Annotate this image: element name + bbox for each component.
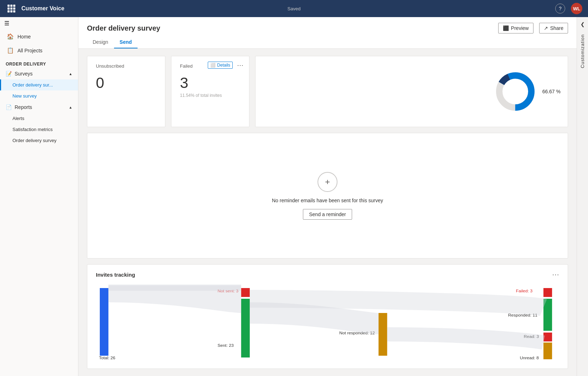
donut-percent: 66.67 % — [542, 89, 561, 94]
svg-text:Total: 26: Total: 26 — [99, 356, 115, 360]
sidebar-toggle[interactable]: ☰ — [0, 17, 78, 30]
projects-icon: 📋 — [7, 47, 14, 54]
share-label: Share — [550, 25, 563, 31]
topbar-left: Customer Voice — [6, 3, 65, 14]
svg-rect-3 — [100, 288, 108, 356]
surveys-icon: 📝 — [6, 71, 12, 77]
waffle-icon — [7, 5, 15, 12]
tabs: Design Send — [87, 36, 568, 48]
user-avatar[interactable]: WL — [571, 3, 582, 14]
topbar-right: ? WL — [555, 3, 582, 14]
new-survey-label: New survey — [12, 93, 37, 99]
customization-label[interactable]: Customization — [577, 28, 588, 74]
sidebar-projects-label: All Projects — [17, 48, 42, 53]
svg-rect-11 — [543, 288, 552, 297]
order-delivery-report-label: Order delivery survey — [12, 138, 57, 143]
sidebar-item-home[interactable]: 🏠 Home — [0, 30, 78, 43]
sidebar-section-title: Order delivery — [0, 57, 78, 68]
main-content: Order delivery survey ⬛ Preview ↗ Share … — [78, 17, 577, 376]
waffle-menu[interactable] — [6, 3, 17, 14]
customization-toggle[interactable]: ❮ — [578, 20, 587, 28]
customization-panel: ❮ Customization — [577, 17, 588, 376]
reports-chevron-up: ▲ — [69, 105, 72, 109]
header-actions: ⬛ Preview ↗ Share — [498, 23, 568, 33]
app-body: ☰ 🏠 Home 📋 All Projects Order delivery 📝… — [0, 17, 588, 376]
failed-card-actions: ⬜ Details ⋯ — [208, 61, 245, 70]
svg-rect-5 — [241, 288, 250, 297]
sidebar-item-all-projects[interactable]: 📋 All Projects — [0, 43, 78, 57]
failed-subtitle: 11.54% of total invites — [180, 93, 241, 98]
tracking-title: Invites tracking — [96, 272, 135, 278]
sidebar-home-label: Home — [17, 34, 31, 40]
reports-icon: 📄 — [6, 104, 12, 110]
reminder-card: + No reminder emails have been sent for … — [87, 133, 568, 258]
svg-rect-17 — [543, 343, 552, 359]
surveys-chevron-up: ▲ — [69, 72, 72, 76]
sidebar-item-alerts[interactable]: Alerts — [0, 113, 78, 124]
sankey-chart: Total: 26 Not sent: 3 Sent: 23 Not respo… — [96, 284, 559, 363]
tracking-card: Invites tracking ⋯ Total: 26 Not sent: 3 — [87, 264, 568, 369]
donut-chart — [494, 70, 537, 113]
svg-text:Sent: 23: Sent: 23 — [218, 343, 234, 347]
preview-button[interactable]: ⬛ Preview — [498, 23, 533, 33]
sankey-svg: Total: 26 Not sent: 3 Sent: 23 Not respo… — [96, 284, 559, 363]
sidebar-item-order-delivery-report[interactable]: Order delivery survey — [0, 135, 78, 146]
tab-send[interactable]: Send — [114, 36, 138, 48]
main-scroll[interactable]: Unsubscribed 0 ⬜ Details ⋯ Failed 3 11.5… — [78, 49, 577, 376]
unsubscribed-title: Unsubscribed — [96, 63, 156, 69]
main-header: Order delivery survey ⬛ Preview ↗ Share … — [78, 17, 577, 49]
sidebar-item-new-survey[interactable]: New survey — [0, 90, 78, 101]
sidebar: ☰ 🏠 Home 📋 All Projects Order delivery 📝… — [0, 17, 78, 376]
top-section: Unsubscribed 0 ⬜ Details ⋯ Failed 3 11.5… — [87, 56, 568, 127]
preview-label: Preview — [511, 25, 529, 31]
surveys-label: Surveys — [15, 71, 33, 77]
svg-text:Unread: 8: Unread: 8 — [520, 356, 539, 360]
reports-group-header[interactable]: 📄 Reports ▲ — [0, 101, 78, 113]
tracking-more-button[interactable]: ⋯ — [552, 270, 559, 279]
share-icon: ↗ — [544, 25, 548, 31]
donut-wrapper: 66.67 % — [494, 70, 561, 113]
help-button[interactable]: ? — [555, 4, 565, 14]
add-reminder-button[interactable]: + — [318, 172, 337, 192]
reminder-text: No reminder emails have been sent for th… — [272, 198, 383, 203]
page-title: Order delivery survey — [87, 24, 160, 32]
order-delivery-survey-label: Order delivery sur... — [12, 82, 53, 88]
app-title: Customer Voice — [21, 5, 65, 12]
home-icon: 🏠 — [7, 33, 14, 40]
alerts-label: Alerts — [12, 116, 24, 121]
tab-design[interactable]: Design — [87, 36, 114, 48]
surveys-group-header[interactable]: 📝 Surveys ▲ — [0, 68, 78, 79]
sidebar-item-satisfaction-metrics[interactable]: Satisfaction metrics — [0, 124, 78, 135]
details-button[interactable]: ⬜ Details — [208, 62, 233, 69]
unsubscribed-card: Unsubscribed 0 — [87, 56, 165, 127]
satisfaction-metrics-label: Satisfaction metrics — [12, 127, 53, 132]
donut-card: 66.67 % — [255, 56, 568, 127]
send-reminder-button[interactable]: Send a reminder — [303, 209, 352, 220]
topbar: Customer Voice Saved ? WL — [0, 0, 588, 17]
reports-label: Reports — [15, 104, 32, 110]
saved-status: Saved — [288, 6, 301, 11]
details-label: Details — [217, 63, 230, 68]
failed-value: 3 — [180, 74, 241, 92]
svg-text:Failed: 3: Failed: 3 — [516, 289, 532, 293]
share-button[interactable]: ↗ Share — [539, 23, 568, 33]
failed-card: ⬜ Details ⋯ Failed 3 11.54% of total inv… — [171, 56, 249, 127]
sidebar-item-order-delivery-survey[interactable]: Order delivery sur... — [0, 79, 78, 90]
unsubscribed-value: 0 — [96, 74, 156, 92]
main-header-top: Order delivery survey ⬛ Preview ↗ Share — [87, 23, 568, 33]
svg-rect-15 — [543, 333, 552, 341]
preview-icon: ⬛ — [503, 25, 509, 31]
svg-rect-9 — [378, 313, 387, 356]
details-icon: ⬜ — [210, 63, 216, 68]
tracking-header: Invites tracking ⋯ — [96, 270, 559, 279]
svg-rect-7 — [241, 299, 250, 357]
hamburger-icon: ☰ — [4, 20, 9, 26]
failed-more-button[interactable]: ⋯ — [236, 61, 245, 70]
